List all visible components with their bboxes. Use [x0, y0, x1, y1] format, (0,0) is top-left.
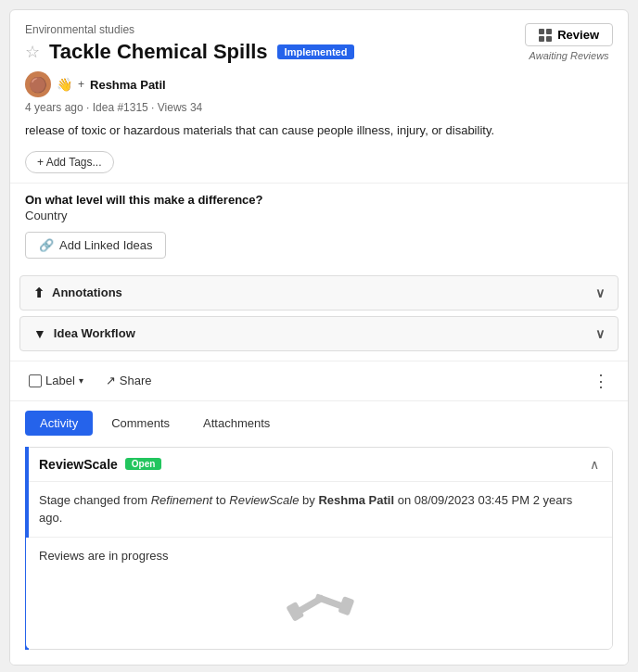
meta-info: 4 years ago · Idea #1315 · Views 34 [25, 101, 613, 114]
wave-emoji: 👋 [57, 77, 72, 92]
idea-workflow-header[interactable]: ▼ Idea Workflow ∨ [20, 317, 618, 350]
tab-comments[interactable]: Comments [96, 411, 185, 436]
annotations-label: Annotations [52, 285, 122, 299]
review-box: Review Awaiting Reviews [525, 23, 613, 61]
activity-card-wrapper: ReviewScale Open ∧ Stage changed from Re… [25, 447, 613, 650]
tab-activity[interactable]: Activity [25, 411, 93, 436]
annotations-chevron: ∨ [595, 285, 605, 300]
more-options-button[interactable]: ⋮ [589, 369, 613, 393]
tabs-bar: Activity Comments Attachments [25, 411, 613, 436]
accordion-section: ⬆ Annotations ∨ ▼ Idea Workflow ∨ [10, 266, 628, 361]
stage-change-text: Stage changed from Refinement to ReviewS… [39, 491, 599, 527]
main-container: Environmental studies ☆ Tackle Chemical … [9, 9, 629, 666]
grid-icon [539, 29, 552, 42]
header-section: Environmental studies ☆ Tackle Chemical … [10, 10, 628, 184]
add-linked-ideas-button[interactable]: 🔗 Add Linked Ideas [25, 232, 166, 259]
link-icon: 🔗 [39, 238, 54, 252]
label-text: Label [45, 374, 75, 387]
activity-content: ReviewScale Open ∧ Stage changed from Re… [10, 447, 628, 665]
awaiting-text: Awaiting Reviews [525, 50, 613, 61]
svg-rect-1 [286, 601, 304, 621]
tabs-section: Activity Comments Attachments [10, 401, 628, 436]
annotations-accordion[interactable]: ⬆ Annotations ∨ [19, 275, 619, 311]
activity-card: ReviewScale Open ∧ Stage changed from Re… [25, 447, 613, 650]
open-badge: Open [125, 458, 162, 470]
annotations-header[interactable]: ⬆ Annotations ∨ [20, 276, 618, 310]
page-title: Tackle Chemical Spills [49, 40, 268, 64]
description-text: release of toxic or hazardous materials … [25, 121, 613, 140]
idea-workflow-icon: ▼ [33, 326, 46, 341]
idea-workflow-accordion[interactable]: ▼ Idea Workflow ∨ [19, 316, 619, 351]
question-section: On what level will this make a differenc… [10, 184, 628, 266]
tab-attachments[interactable]: Attachments [188, 411, 285, 436]
card-title-text: ReviewScale [39, 457, 118, 472]
checkbox-icon [29, 374, 42, 387]
toolbar: Label ▾ ↗ Share ⋮ [10, 361, 628, 401]
question-answer: Country [25, 209, 613, 222]
add-tags-button[interactable]: + Add Tags... [25, 151, 114, 173]
activity-card-title: ReviewScale Open [39, 457, 161, 472]
chevron-down-icon: ▾ [79, 375, 83, 386]
activity-card-sub: Reviews are in progress [26, 538, 612, 649]
tools-icon [277, 556, 361, 640]
author-name: Reshma Patil [90, 78, 166, 92]
question-label: On what level will this make a differenc… [25, 193, 613, 207]
avatar: 🟤 [25, 71, 51, 97]
review-button[interactable]: Review [525, 23, 613, 46]
activity-card-header: ReviewScale Open ∧ [26, 448, 612, 482]
add-author-icon[interactable]: + [78, 78, 84, 91]
idea-workflow-label: Idea Workflow [54, 326, 135, 340]
implemented-badge: Implemented [277, 44, 355, 59]
author-row: 🟤 👋 + Reshma Patil [25, 71, 613, 97]
share-text: Share [120, 374, 152, 387]
activity-card-body: Stage changed from Refinement to ReviewS… [26, 482, 612, 538]
share-icon: ↗ [106, 374, 116, 387]
collapse-icon[interactable]: ∧ [590, 457, 599, 472]
annotations-icon: ⬆ [33, 285, 45, 300]
idea-workflow-chevron: ∨ [595, 326, 605, 341]
label-button[interactable]: Label ▾ [25, 372, 87, 389]
linked-ideas-label: Add Linked Ideas [59, 238, 152, 252]
star-icon[interactable]: ☆ [25, 42, 40, 62]
share-button[interactable]: ↗ Share [102, 372, 156, 389]
svg-rect-3 [338, 596, 354, 615]
